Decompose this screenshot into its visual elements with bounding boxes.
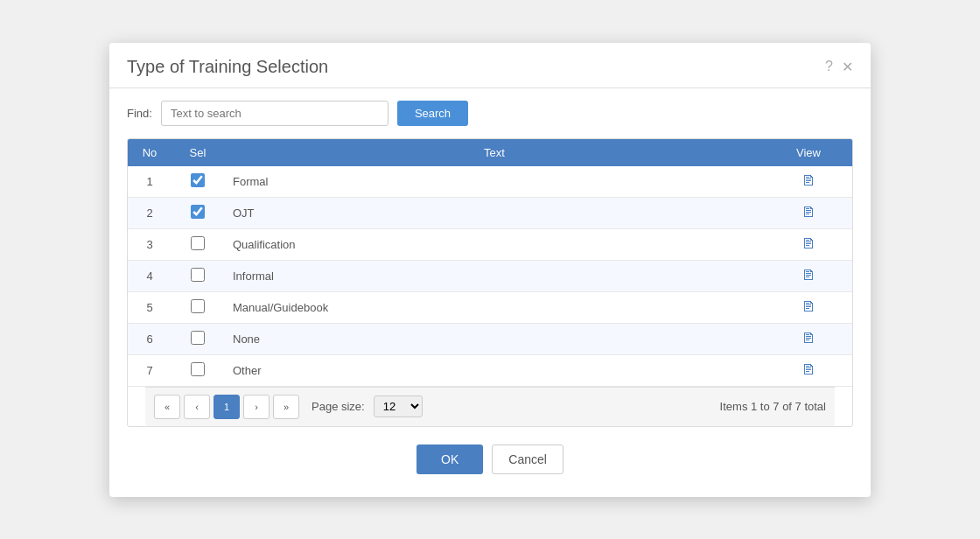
table-container: No Sel Text View 1Formal🖹2OJT🖹3Qualifica… xyxy=(127,138,853,427)
col-text: Text xyxy=(224,139,765,166)
cell-no: 5 xyxy=(128,291,172,323)
dialog: Type of Training Selection ? ✕ Find: Sea… xyxy=(109,43,871,497)
cell-text: Manual/Guidebook xyxy=(224,291,765,323)
view-icon[interactable]: 🖹 xyxy=(802,268,816,283)
search-button[interactable]: Search xyxy=(397,101,468,126)
cell-text: None xyxy=(224,323,765,354)
cell-text: OJT xyxy=(224,197,765,228)
view-icon[interactable]: 🖹 xyxy=(802,299,816,314)
page-size-label: Page size: xyxy=(312,400,365,413)
row-checkbox-1[interactable] xyxy=(191,173,205,187)
last-page-button[interactable]: » xyxy=(273,395,299,419)
view-icon[interactable]: 🖹 xyxy=(802,173,816,188)
help-icon[interactable]: ? xyxy=(825,59,833,74)
row-checkbox-5[interactable] xyxy=(191,299,205,313)
row-checkbox-3[interactable] xyxy=(191,236,205,250)
cancel-button[interactable]: Cancel xyxy=(492,444,564,474)
col-no: No xyxy=(128,139,172,166)
table-body: 1Formal🖹2OJT🖹3Qualification🖹4Informal🖹5M… xyxy=(128,166,852,387)
row-checkbox-4[interactable] xyxy=(191,268,205,282)
view-icon[interactable]: 🖹 xyxy=(802,331,816,346)
cell-view: 🖹 xyxy=(765,354,852,386)
cell-sel xyxy=(172,197,224,228)
table-row: 3Qualification🖹 xyxy=(128,228,852,260)
cell-no: 4 xyxy=(128,260,172,291)
cell-text: Informal xyxy=(224,260,765,291)
dialog-title: Type of Training Selection xyxy=(127,57,328,77)
cell-sel xyxy=(172,354,224,386)
row-checkbox-7[interactable] xyxy=(191,362,205,376)
cell-no: 2 xyxy=(128,197,172,228)
current-page-button[interactable]: 1 xyxy=(214,395,240,419)
col-sel: Sel xyxy=(172,139,224,166)
dialog-header-icons: ? ✕ xyxy=(825,59,853,75)
view-icon[interactable]: 🖹 xyxy=(802,205,816,220)
search-input[interactable] xyxy=(161,101,388,126)
table-row: 7Other🖹 xyxy=(128,354,852,386)
first-page-button[interactable]: « xyxy=(154,395,180,419)
cell-text: Qualification xyxy=(224,228,765,260)
cell-view: 🖹 xyxy=(765,197,852,228)
pagination-bar: « ‹ 1 › » Page size: 12 25 50 100 Items … xyxy=(145,387,835,426)
row-checkbox-2[interactable] xyxy=(191,205,205,219)
cell-text: Formal xyxy=(224,166,765,198)
cell-view: 🖹 xyxy=(765,323,852,354)
cell-sel xyxy=(172,260,224,291)
view-icon[interactable]: 🖹 xyxy=(802,236,816,251)
table-header-row: No Sel Text View xyxy=(128,139,852,166)
cell-sel xyxy=(172,291,224,323)
col-view: View xyxy=(765,139,852,166)
cell-sel xyxy=(172,166,224,198)
pagination-controls: « ‹ 1 › » Page size: 12 25 50 100 xyxy=(154,395,423,419)
cell-view: 🖹 xyxy=(765,166,852,198)
cell-view: 🖹 xyxy=(765,291,852,323)
cell-no: 1 xyxy=(128,166,172,198)
items-total: Items 1 to 7 of 7 total xyxy=(720,400,826,413)
prev-page-button[interactable]: ‹ xyxy=(184,395,210,419)
table-row: 6None🖹 xyxy=(128,323,852,354)
ok-button[interactable]: OK xyxy=(416,444,483,474)
cell-sel xyxy=(172,228,224,260)
search-bar: Find: Search xyxy=(109,88,871,138)
cell-view: 🖹 xyxy=(765,228,852,260)
cell-no: 3 xyxy=(128,228,172,260)
cell-view: 🖹 xyxy=(765,260,852,291)
table-row: 2OJT🖹 xyxy=(128,197,852,228)
dialog-header: Type of Training Selection ? ✕ xyxy=(109,43,871,88)
cell-no: 6 xyxy=(128,323,172,354)
table-row: 1Formal🖹 xyxy=(128,166,852,198)
cell-no: 7 xyxy=(128,354,172,386)
next-page-button[interactable]: › xyxy=(243,395,270,419)
find-label: Find: xyxy=(127,107,152,120)
row-checkbox-6[interactable] xyxy=(191,331,205,345)
close-icon[interactable]: ✕ xyxy=(842,59,853,75)
data-table: No Sel Text View 1Formal🖹2OJT🖹3Qualifica… xyxy=(128,139,852,387)
cell-sel xyxy=(172,323,224,354)
cell-text: Other xyxy=(224,354,765,386)
table-row: 4Informal🖹 xyxy=(128,260,852,291)
page-size-select[interactable]: 12 25 50 100 xyxy=(374,396,423,417)
footer-buttons: OK Cancel xyxy=(109,427,871,480)
table-row: 5Manual/Guidebook🖹 xyxy=(128,291,852,323)
view-icon[interactable]: 🖹 xyxy=(802,362,816,377)
